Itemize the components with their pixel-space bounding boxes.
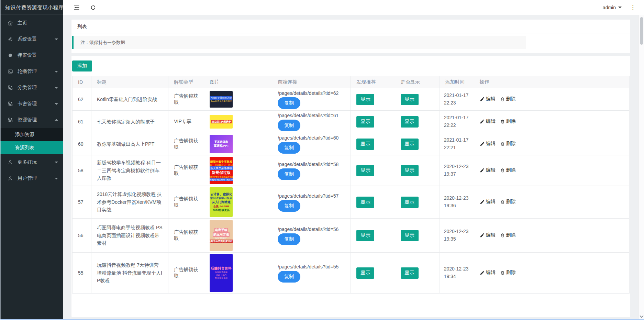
delete-button[interactable]: 删除 (500, 167, 516, 173)
sidebar-item-9[interactable]: 更多好玩 (0, 154, 63, 170)
cell-image: Kotlin 零基础到进阶Java程序员必备的课程 (204, 88, 272, 111)
sidebar-item-2[interactable]: 弹窗设置 (0, 47, 63, 63)
trash-icon (500, 119, 505, 124)
sidebar-item-label: 用户管理 (18, 175, 37, 181)
cell-id: 57 (73, 186, 91, 219)
scrollbar-thumb[interactable] (640, 17, 643, 45)
sidebar-subitem-8[interactable]: 资源列表 (0, 141, 63, 154)
sidebar-item-label: 更多好玩 (18, 159, 37, 165)
cell-operations: 编辑 删除 (474, 88, 629, 111)
visible-show-button[interactable]: 显示 (401, 197, 419, 208)
sidebar-subitem-7[interactable]: 添加资源 (0, 128, 63, 141)
copy-link-button[interactable]: 复制 (278, 97, 300, 109)
vertical-scrollbar (639, 15, 644, 320)
thumbnail-text: 的应用方法 (213, 232, 230, 237)
thumbnail-text: 高逼格PPT (213, 144, 230, 148)
edit-button[interactable]: 编辑 (480, 118, 496, 124)
sidebar-item-0[interactable]: 主页 (0, 15, 63, 31)
recommend-show-button[interactable]: 显示 (356, 94, 374, 105)
scroll-down-arrow-icon[interactable] (640, 314, 643, 318)
visible-show-button[interactable]: 显示 (401, 139, 419, 150)
add-button[interactable]: 添加 (72, 60, 92, 71)
trash-icon (500, 199, 505, 205)
copy-link-button[interactable]: 复制 (278, 271, 300, 283)
thumbnail-text: 新版全套学车教程 (210, 160, 233, 164)
sidebar-item-6[interactable]: 资源管理 (0, 112, 63, 128)
delete-button[interactable]: 删除 (500, 141, 516, 147)
delete-button[interactable]: 删除 (500, 199, 516, 205)
table-card: 添加 ID标题解锁类型图片前端连接发现推荐是否显示添加时间操作 62 Kotli… (71, 56, 630, 317)
cell-link: /pages/details/details?tid=58 复制 (272, 155, 351, 186)
sidebar-item-label: 分类管理 (18, 85, 37, 91)
row-time: 22:21 (444, 144, 470, 152)
visible-show-button[interactable]: 显示 (401, 267, 419, 279)
column-header-6: 是否显示 (395, 76, 440, 88)
edit-button[interactable]: 编辑 (480, 232, 496, 238)
thumbnail-text: 合集:44.0GB (213, 205, 230, 208)
sidebar-item-4[interactable]: 分类管理 (0, 79, 63, 96)
visible-show-button[interactable]: 显示 (401, 165, 419, 176)
thumbnail-text: 玩转"匠设计" (215, 237, 228, 240)
edit-button[interactable]: 编辑 (480, 141, 496, 147)
table-header-row: ID标题解锁类型图片前端连接发现推荐是否显示添加时间操作 (73, 76, 630, 88)
refresh-icon[interactable] (90, 4, 97, 11)
more-menu-icon[interactable]: ⋮ (630, 4, 636, 10)
recommend-show-button[interactable]: 显示 (356, 116, 374, 128)
copy-link-button[interactable]: 复制 (278, 233, 300, 245)
trash-icon (500, 233, 505, 238)
copy-link-button[interactable]: 复制 (278, 200, 300, 212)
cell-image: 云计算、虚拟化案例讲解学习视频从入门到精通合集:44.0GB2018持续更新 (204, 186, 272, 219)
user-dropdown[interactable]: admin (603, 5, 622, 10)
sidebar-item-1[interactable]: 系统设置 (0, 31, 63, 47)
column-header-2: 解锁类型 (168, 76, 204, 88)
edit-button[interactable]: 编辑 (480, 96, 496, 102)
recommend-show-button[interactable]: 显示 (356, 197, 374, 208)
chevron-down-icon (55, 87, 58, 89)
row-id: 58 (78, 168, 84, 173)
visible-show-button[interactable]: 显示 (401, 230, 419, 241)
table-row: 60 教你零基础做出高大上PPT 广告解锁获取 零基础做出高逼格PPT /pag… (73, 133, 630, 155)
thumbnail-text: 2018持续更新 (212, 208, 231, 212)
cell-image: 零基础做出高逼格PPT (204, 133, 272, 155)
edit-button[interactable]: 编辑 (480, 269, 496, 276)
row-title: Kotlin零基础入门到进阶实战 (97, 97, 157, 102)
row-link: /pages/details/details?tid=58 (278, 162, 345, 167)
row-unlock-type: 广告解锁获取 (174, 93, 198, 105)
sidebar-item-10[interactable]: 用户管理 (0, 170, 63, 186)
delete-button[interactable]: 删除 (500, 96, 516, 102)
sidebar-item-3[interactable]: 轮播管理 (0, 63, 63, 79)
cell-image: 玩赚抖音资料玩转抖音视频轻松上热门抖音流量变现 (204, 253, 272, 294)
sidebar-item-label: 资源管理 (18, 117, 37, 123)
cell-title: 新版驾校学车视频教程 科目一二三四驾考宝典模拟软件倒车入库教 (91, 155, 168, 186)
recommend-show-button[interactable]: 显示 (356, 139, 374, 150)
copy-link-button[interactable]: 复制 (278, 142, 300, 154)
row-link: /pages/details/details?tid=60 (278, 135, 345, 141)
cell-operations: 编辑 删除 (474, 133, 629, 155)
cell-visible: 显示 (395, 253, 440, 294)
column-header-3: 图片 (204, 76, 272, 88)
grid-icon (7, 85, 13, 91)
visible-show-button[interactable]: 显示 (401, 94, 419, 105)
person-icon (7, 175, 13, 181)
menu-fold-icon[interactable] (73, 4, 80, 11)
row-time: 19:35 (444, 235, 470, 243)
copy-link-button[interactable]: 复制 (278, 168, 300, 180)
cell-unlock-type: 广告解锁获取 (168, 155, 204, 186)
sidebar-item-5[interactable]: 卡密管理 (0, 96, 63, 112)
delete-button[interactable]: 删除 (500, 269, 516, 276)
delete-button[interactable]: 删除 (500, 118, 516, 124)
sidebar: 知识付费资源变现小程序 主页系统设置弹窗设置轮播管理分类管理卡密管理资源管理添加… (0, 0, 63, 320)
recommend-show-button[interactable]: 显示 (356, 165, 374, 176)
copy-link-button[interactable]: 复制 (278, 120, 300, 131)
delete-button[interactable]: 删除 (500, 232, 516, 238)
thumbnail-text: 全国通用 支持手机电脑在线观看 (210, 176, 233, 178)
recommend-show-button[interactable]: 显示 (356, 267, 374, 279)
recommend-show-button[interactable]: 显示 (356, 230, 374, 241)
edit-button[interactable]: 编辑 (480, 167, 496, 173)
sidebar-item-label: 弹窗设置 (18, 52, 37, 58)
row-date: 2020-12-23 (444, 163, 470, 170)
thumbnail-text: Java程序员必备的课程 (210, 100, 232, 102)
visible-show-button[interactable]: 显示 (401, 116, 419, 128)
app-title: 知识付费资源变现小程序 (0, 0, 63, 15)
edit-button[interactable]: 编辑 (480, 199, 496, 205)
